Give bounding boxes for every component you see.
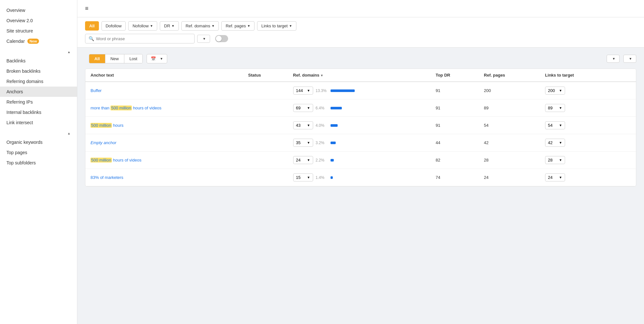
th- bbox=[616, 69, 636, 82]
exclude-subdomains-toggle[interactable] bbox=[215, 35, 228, 42]
hamburger-icon[interactable]: ≡ bbox=[85, 5, 89, 12]
links-to-target-dropdown[interactable]: 24▼ bbox=[545, 173, 565, 181]
dropdown-arrow-icon: ▼ bbox=[212, 24, 215, 28]
search-box[interactable]: 🔍 bbox=[85, 34, 195, 43]
links-dropdown-arrow: ▼ bbox=[559, 158, 562, 162]
sidebar-item-calendar[interactable]: CalendarNew bbox=[0, 36, 77, 46]
sidebar-item-organic-keywords[interactable]: Organic keywords bbox=[0, 137, 77, 147]
ref-domains-content: 69▼6.4% bbox=[293, 104, 426, 112]
sidebar-item-link-intersect[interactable]: Link intersect bbox=[0, 117, 77, 128]
status-cell bbox=[243, 117, 288, 134]
sidebar-item-internal-backlinks[interactable]: Internal backlinks bbox=[0, 107, 77, 117]
anchor-dropdown-btn[interactable]: ▼ bbox=[197, 35, 210, 43]
status-cell bbox=[243, 169, 288, 186]
history-dropdown-arrow: ▼ bbox=[160, 57, 163, 60]
bar-container bbox=[331, 159, 356, 162]
sidebar-section-header-organic[interactable]: ▲ bbox=[0, 128, 77, 137]
links-to-target-dropdown[interactable]: 89▼ bbox=[545, 104, 565, 112]
links-to-target-cell: 42▼ bbox=[540, 134, 616, 152]
pill-dropdown-arrow: ▼ bbox=[307, 124, 310, 127]
calendar-icon: 📅 bbox=[151, 56, 156, 61]
sidebar-item-referring-ips[interactable]: Referring IPs bbox=[0, 97, 77, 107]
sidebar-item-broken-backlinks[interactable]: Broken backlinks bbox=[0, 66, 77, 76]
ref-domains-value: 15 bbox=[296, 175, 301, 180]
anchor-text-cell: Empty anchor bbox=[85, 134, 243, 152]
table-row: 500 million hours43▼4.0%915454▼ bbox=[85, 117, 636, 134]
anchor-link[interactable]: 500 million hours bbox=[91, 123, 123, 128]
ref-domains-dropdown[interactable]: 69▼ bbox=[293, 104, 313, 112]
lost-links-btn[interactable]: ▼ bbox=[623, 55, 636, 63]
ref-domains-dropdown[interactable]: 24▼ bbox=[293, 156, 313, 164]
sidebar-item-backlinks[interactable]: Backlinks bbox=[0, 56, 77, 66]
links-to-target-value: 24 bbox=[548, 175, 553, 180]
filter-btn-label: Ref. pages bbox=[226, 23, 246, 28]
anchor-text-cell: 83% of marketers bbox=[85, 169, 243, 186]
anchor-link[interactable]: Buffer bbox=[91, 88, 101, 93]
filter-btn-nofollow[interactable]: Nofollow▼ bbox=[128, 21, 157, 31]
filter-btn-dofollow[interactable]: Dofollow bbox=[101, 21, 126, 31]
sidebar-item-overview-2.0[interactable]: Overview 2.0 bbox=[0, 15, 77, 26]
ref-domains-dropdown[interactable]: 43▼ bbox=[293, 121, 313, 129]
th-ref.-domains[interactable]: Ref. domains ▼ bbox=[288, 69, 431, 82]
table-body: Buffer144▼13.3%91200200▼more than 500 mi… bbox=[85, 82, 636, 186]
history-btn[interactable]: 📅 ▼ bbox=[147, 54, 167, 63]
search-input[interactable] bbox=[96, 36, 191, 41]
filter-btn-ref.-pages[interactable]: Ref. pages▼ bbox=[221, 21, 255, 31]
status-cell bbox=[243, 152, 288, 169]
ref-pages-cell: 200 bbox=[479, 82, 540, 99]
sidebar-item-overview[interactable]: Overview bbox=[0, 5, 77, 15]
ref-domains-dropdown[interactable]: 15▼ bbox=[293, 173, 313, 181]
sidebar-item-site-structure[interactable]: Site structure bbox=[0, 26, 77, 36]
dropdown-arrow-icon: ▼ bbox=[150, 24, 153, 28]
dropdown-arrow-icon: ▼ bbox=[289, 24, 292, 28]
sidebar-item-referring-domains[interactable]: Referring domains bbox=[0, 76, 77, 87]
anchor-link[interactable]: 83% of marketers bbox=[91, 175, 123, 180]
results-tab-all[interactable]: All bbox=[89, 54, 105, 63]
status-cell bbox=[243, 134, 288, 152]
sidebar-item-top-pages[interactable]: Top pages bbox=[0, 147, 77, 158]
filter-btn-all[interactable]: All bbox=[85, 21, 99, 31]
anchor-link[interactable]: Empty anchor bbox=[91, 140, 116, 145]
anchor-link[interactable]: more than 500 million hours of videos bbox=[91, 106, 161, 110]
links-dropdown-arrow: ▼ bbox=[559, 141, 562, 144]
links-to-target-dropdown[interactable]: 28▼ bbox=[545, 156, 565, 164]
links-dropdown-arrow: ▼ bbox=[559, 124, 562, 127]
results-tab-new[interactable]: New bbox=[105, 54, 124, 63]
content-area: AllNewLost 📅 ▼ ▼ ▼ Anchor textStatusRef.… bbox=[77, 48, 644, 193]
filter-btn-dr[interactable]: DR▼ bbox=[160, 21, 179, 31]
th-ref.-pages: Ref. pages bbox=[479, 69, 540, 82]
ref-domains-dropdown[interactable]: 144▼ bbox=[293, 87, 313, 95]
links-dropdown-arrow: ▼ bbox=[559, 106, 562, 110]
sidebar-section-header-backlink[interactable]: ▲ bbox=[0, 46, 77, 56]
filter-btn-links-to-target[interactable]: Links to target▼ bbox=[257, 21, 296, 31]
links-to-target-dropdown[interactable]: 42▼ bbox=[545, 139, 565, 147]
sidebar-item-top-subfolders[interactable]: Top subfolders bbox=[0, 158, 77, 168]
status-cell bbox=[243, 82, 288, 99]
new-links-btn[interactable]: ▼ bbox=[607, 55, 620, 63]
filter-row-1: AllDofollowNofollow▼DR▼Ref. domains▼Ref.… bbox=[85, 21, 636, 31]
lost-links-arrow: ▼ bbox=[629, 57, 632, 60]
links-to-target-dropdown[interactable]: 200▼ bbox=[545, 87, 565, 95]
links-to-target-dropdown[interactable]: 54▼ bbox=[545, 121, 565, 129]
bar-container bbox=[331, 107, 356, 109]
ref-domains-dropdown[interactable]: 35▼ bbox=[293, 139, 313, 147]
sidebar-top-nav: OverviewOverview 2.0Site structureCalend… bbox=[0, 5, 77, 46]
ref-pages-cell: 28 bbox=[479, 152, 540, 169]
pill-dropdown-arrow: ▼ bbox=[307, 176, 310, 179]
filter-btn-ref.-domains[interactable]: Ref. domains▼ bbox=[181, 21, 219, 31]
bar-container bbox=[331, 176, 356, 179]
links-to-target-cell: 54▼ bbox=[540, 117, 616, 134]
filter-btn-label: Links to target bbox=[261, 23, 288, 28]
table-row: Empty anchor35▼3.2%444242▼ bbox=[85, 134, 636, 152]
ref-domains-content: 24▼2.2% bbox=[293, 156, 426, 164]
results-tab-lost[interactable]: Lost bbox=[124, 54, 143, 63]
extra-cell bbox=[616, 152, 636, 169]
highlight-span: 500 million bbox=[91, 158, 112, 162]
pill-dropdown-arrow: ▼ bbox=[307, 106, 310, 110]
anchor-link[interactable]: 500 million hours of videos bbox=[91, 158, 141, 162]
sidebar-item-anchors[interactable]: Anchors bbox=[0, 87, 77, 97]
ref-pages-cell: 89 bbox=[479, 99, 540, 117]
pill-dropdown-arrow: ▼ bbox=[307, 141, 310, 144]
top-dr-cell: 91 bbox=[430, 82, 479, 99]
percentage-value: 1.4% bbox=[316, 175, 328, 180]
